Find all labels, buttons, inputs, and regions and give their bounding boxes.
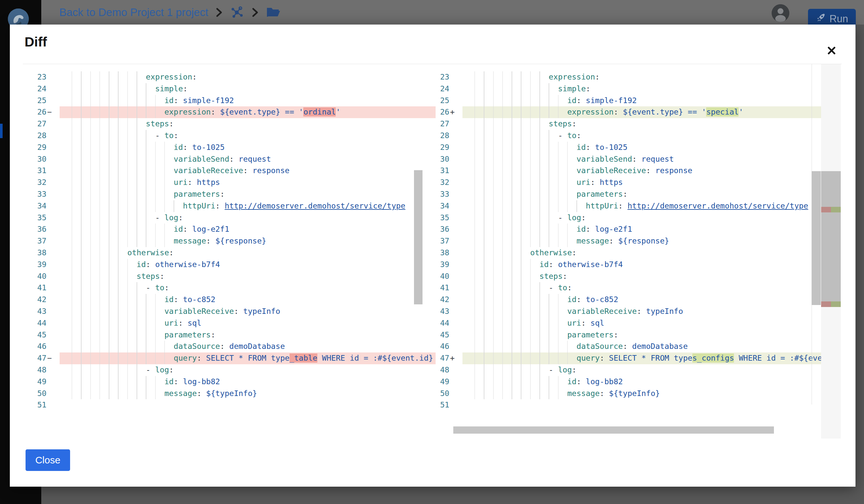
code-token: : [188, 178, 197, 187]
code-token: : [183, 84, 188, 93]
horizontal-scrollbar[interactable] [453, 427, 774, 434]
code-token: : [178, 213, 183, 222]
diff-marker: − [47, 106, 60, 118]
chevron-right-icon [216, 7, 223, 18]
indent-guides [72, 130, 155, 142]
diff-ruler-mark-addition [831, 302, 841, 307]
code-token: - [549, 283, 558, 292]
diff-marker [449, 388, 463, 399]
code-token: : [632, 155, 641, 164]
breadcrumb-project-link[interactable]: Back to Demo Project 1 project [59, 6, 208, 19]
line-number: 26 [436, 106, 449, 118]
diff-marker [47, 329, 60, 341]
code-token: : [549, 260, 558, 269]
indent-guides [72, 306, 165, 318]
indent-guides [475, 130, 558, 142]
code-content: - to: [463, 282, 835, 294]
left-pane-vertical-scrollbar[interactable] [414, 170, 422, 304]
right-pane-vertical-scrollbar[interactable] [812, 171, 821, 305]
code-token: : [572, 248, 576, 257]
diff-line: 50message: ${typeInfo} [436, 388, 835, 399]
diff-line: 39id: otherwise-b7f4 [436, 259, 835, 271]
diff-line: 41- to: [436, 282, 835, 294]
code-token: to-c852 [586, 295, 619, 304]
diff-marker [449, 399, 463, 411]
code-token: : [576, 295, 586, 304]
diff-line: 25id: simple-f192 [436, 95, 835, 107]
code-token: parameters [165, 330, 211, 340]
code-content: variableReceive: response [463, 165, 835, 177]
diff-line: 48- log: [33, 364, 436, 376]
indent-guides [475, 294, 567, 306]
diff-line: 28- to: [33, 130, 436, 142]
code-content [463, 399, 835, 411]
diff-ruler-mark-deletion [821, 302, 831, 307]
indent-guides [475, 188, 576, 200]
avatar[interactable] [772, 4, 789, 22]
line-number: 40 [436, 271, 449, 282]
code-token: id [567, 96, 576, 105]
diff-marker [449, 130, 463, 142]
code-content: expression: [60, 71, 436, 83]
code-token: uri [567, 318, 581, 328]
diff-line: 45parameters: [436, 329, 835, 341]
line-number: 40 [33, 271, 47, 282]
diff-overview-ruler[interactable] [821, 64, 841, 439]
code-token: ' [336, 107, 340, 116]
diff-line: 27steps: [436, 118, 835, 130]
code-token: dataSource [173, 342, 220, 351]
indent-guides [475, 165, 576, 177]
code-token: http://demoserver.demohost/service/type [627, 201, 808, 210]
diff-line: 36id: log-e2f1 [33, 223, 436, 235]
code-content: parameters: [463, 188, 835, 200]
code-token: query [576, 354, 600, 362]
code-token: : [192, 72, 197, 82]
code-token: simple-f192 [183, 96, 234, 105]
code-token: : [183, 143, 192, 152]
diff-line: 43variableReceive: typeInfo [436, 306, 835, 318]
code-token: http://demoserver.demohost/service/type [225, 201, 406, 210]
integration-route-icon[interactable] [230, 5, 244, 20]
code-token: https [600, 178, 623, 187]
code-token: : [581, 213, 586, 222]
code-token: to [567, 131, 576, 140]
diff-marker [47, 177, 60, 188]
diff-marker [449, 95, 463, 107]
folder-icon[interactable] [266, 6, 281, 19]
diff-marker [449, 364, 463, 376]
diff-line: 30variableSend: request [33, 153, 436, 165]
indent-guides [72, 318, 165, 329]
code-token: variableReceive [173, 166, 243, 175]
code-content: uri: sql [463, 318, 835, 329]
close-button[interactable]: Close [26, 449, 70, 471]
line-number: 36 [436, 223, 449, 235]
diff-marker [449, 271, 463, 282]
diff-marker [449, 212, 463, 224]
diff-marker [47, 364, 60, 376]
code-content: id: to-c852 [463, 294, 835, 306]
code-token: log [165, 213, 178, 222]
code-token: : [590, 178, 600, 187]
code-token: : [220, 342, 229, 351]
diff-line: 23expression: [33, 71, 436, 83]
code-token: log-bb82 [586, 377, 623, 386]
code-token: variableReceive [576, 166, 646, 175]
line-number: 51 [436, 399, 449, 411]
code-token: : [183, 224, 192, 234]
sidebar-active-indicator [0, 124, 3, 138]
code-token: id [165, 295, 173, 304]
code-token: id [567, 295, 576, 304]
code-token: id [173, 143, 183, 152]
code-token: id [173, 224, 183, 234]
line-number: 31 [436, 165, 449, 177]
code-content: simple: [463, 83, 835, 95]
diff-marker [47, 83, 60, 95]
diff-marker [47, 212, 60, 224]
diff-line: 31variableReceive: response [436, 165, 835, 177]
diff-marker [449, 247, 463, 259]
diff-line: 40steps: [33, 271, 436, 282]
close-icon[interactable] [824, 44, 839, 58]
indent-guides [72, 200, 183, 212]
diff-line: 47+query: SELECT * FROM types_configs WH… [436, 353, 835, 364]
code-token: parameters [567, 330, 613, 340]
